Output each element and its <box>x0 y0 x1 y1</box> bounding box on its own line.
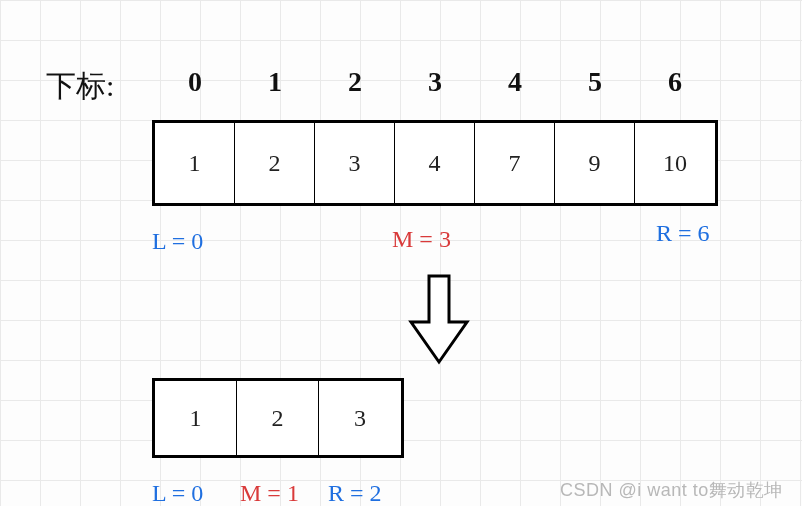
step1-R: R = 6 <box>656 220 710 247</box>
index-0: 0 <box>155 66 235 98</box>
step1-M: M = 3 <box>392 226 451 253</box>
step2-L: L = 0 <box>152 480 203 506</box>
array-1: 1 2 3 4 7 9 10 <box>152 120 718 206</box>
cell-2: 3 <box>315 123 395 203</box>
cell-6: 10 <box>635 123 715 203</box>
cell-0: 1 <box>155 123 235 203</box>
cell2-1: 2 <box>237 381 319 455</box>
index-row: 0 1 2 3 4 5 6 <box>155 66 715 98</box>
down-arrow-icon <box>405 272 473 368</box>
index-2: 2 <box>315 66 395 98</box>
step1-L: L = 0 <box>152 228 203 255</box>
index-6: 6 <box>635 66 715 98</box>
step2-R: R = 2 <box>328 480 382 506</box>
index-label: 下标: <box>46 66 114 107</box>
cell2-2: 3 <box>319 381 401 455</box>
cell-1: 2 <box>235 123 315 203</box>
array-2: 1 2 3 <box>152 378 404 458</box>
index-3: 3 <box>395 66 475 98</box>
step2-M: M = 1 <box>240 480 299 506</box>
index-1: 1 <box>235 66 315 98</box>
cell2-0: 1 <box>155 381 237 455</box>
cell-4: 7 <box>475 123 555 203</box>
index-4: 4 <box>475 66 555 98</box>
index-5: 5 <box>555 66 635 98</box>
cell-3: 4 <box>395 123 475 203</box>
watermark: CSDN @i want to舞动乾坤 <box>560 478 783 502</box>
cell-5: 9 <box>555 123 635 203</box>
